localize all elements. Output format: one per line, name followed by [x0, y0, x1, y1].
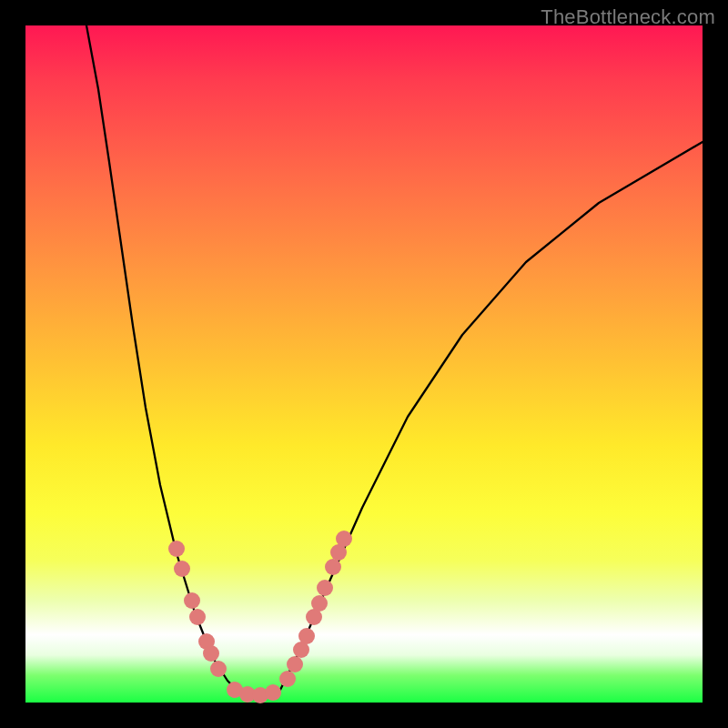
- marker-dot: [336, 531, 352, 547]
- chart-container: TheBottleneck.com: [0, 0, 728, 728]
- marker-dot: [325, 559, 341, 575]
- marker-dot: [174, 561, 190, 577]
- marker-dot: [287, 656, 303, 672]
- marker-dot: [279, 671, 296, 687]
- plot-frame: [25, 25, 703, 703]
- marker-dot: [203, 645, 219, 662]
- marker-group: [168, 531, 352, 703]
- marker-dot: [311, 595, 328, 612]
- marker-dot: [168, 541, 185, 557]
- marker-dot: [210, 661, 227, 677]
- marker-dot: [298, 628, 315, 644]
- marker-dot: [189, 609, 206, 625]
- marker-dot: [317, 580, 333, 596]
- bottleneck-curve: [86, 25, 703, 697]
- curve-layer: [25, 25, 703, 703]
- marker-dot: [265, 684, 281, 701]
- marker-dot: [184, 592, 200, 609]
